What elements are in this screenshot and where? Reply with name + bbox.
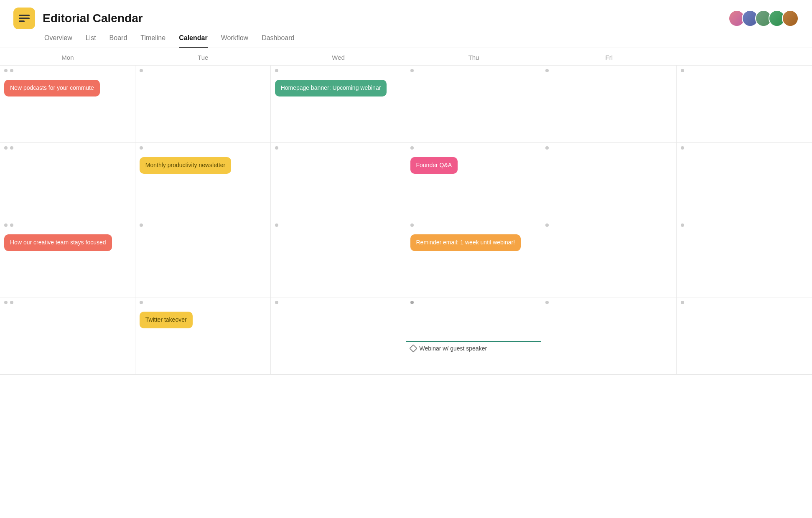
cell-row4-extra	[677, 297, 812, 375]
cell-dot	[410, 146, 414, 150]
cell-row4-wed	[271, 297, 406, 375]
cell-row2-thu: Founder Q&A	[406, 143, 542, 220]
cell-dot	[4, 301, 8, 304]
svg-rect-1	[19, 18, 30, 19]
nav-item-timeline[interactable]: Timeline	[140, 34, 165, 48]
calendar-body: New podcasts for your commute Homepage b…	[0, 66, 812, 375]
cell-row1-extra	[677, 66, 812, 143]
cell-row2-extra	[677, 143, 812, 220]
cell-row2-mon	[0, 143, 135, 220]
cell-dot	[275, 223, 278, 227]
event-homepage-banner[interactable]: Homepage banner: Upcoming webinar	[275, 80, 387, 96]
cell-dot	[545, 69, 549, 72]
cell-dot	[275, 301, 278, 304]
day-header-wed: Wed	[271, 48, 406, 65]
cell-dot	[140, 69, 143, 72]
cell-row1-fri	[541, 66, 677, 143]
navigation: Overview List Board Timeline Calendar Wo…	[0, 29, 812, 48]
cell-dot	[140, 301, 143, 304]
cell-dot	[410, 69, 414, 72]
cell-row2-wed	[271, 143, 406, 220]
cell-dot	[545, 146, 549, 150]
cell-row4-tue: Twitter takeover	[135, 297, 271, 375]
nav-item-calendar[interactable]: Calendar	[179, 34, 207, 48]
cell-dot	[4, 69, 8, 72]
cell-row4-fri	[541, 297, 677, 375]
cell-row3-extra	[677, 220, 812, 297]
cell-row3-thu: Reminder email: 1 week until webinar!	[406, 220, 542, 297]
cell-dot	[4, 146, 8, 150]
day-header-fri: Fri	[541, 48, 677, 65]
cell-row4-thu: Webinar w/ guest speaker	[406, 297, 542, 375]
diamond-icon	[409, 344, 417, 353]
cell-row3-wed	[271, 220, 406, 297]
webinar-label: Webinar w/ guest speaker	[420, 345, 487, 352]
nav-item-board[interactable]: Board	[109, 34, 127, 48]
cell-dot	[681, 69, 684, 72]
app-icon	[13, 8, 35, 29]
event-monthly-newsletter[interactable]: Monthly productivity newsletter	[140, 157, 231, 174]
event-twitter-takeover[interactable]: Twitter takeover	[140, 312, 193, 328]
day-header-thu: Thu	[406, 48, 542, 65]
cell-dot	[140, 146, 143, 150]
cell-dot	[4, 223, 8, 227]
event-new-podcasts[interactable]: New podcasts for your commute	[4, 80, 100, 96]
webinar-event[interactable]: Webinar w/ guest speaker	[406, 341, 541, 355]
cell-dot	[140, 223, 143, 227]
cell-dot	[275, 69, 278, 72]
cell-row2-fri	[541, 143, 677, 220]
cell-row1-tue	[135, 66, 271, 143]
cell-dot	[275, 146, 278, 150]
cell-row3-fri	[541, 220, 677, 297]
cell-dot	[681, 223, 684, 227]
day-header-tue: Tue	[135, 48, 271, 65]
cell-row3-mon: How our creative team stays focused	[0, 220, 135, 297]
event-founder-qa[interactable]: Founder Q&A	[410, 157, 458, 174]
cell-dot	[410, 223, 414, 227]
cell-row3-tue	[135, 220, 271, 297]
svg-rect-0	[19, 15, 30, 16]
cell-row4-mon	[0, 297, 135, 375]
cell-dot	[545, 301, 549, 304]
cell-row1-thu	[406, 66, 542, 143]
cell-dot	[10, 223, 13, 227]
cell-row1-mon: New podcasts for your commute	[0, 66, 135, 143]
cell-row1-wed: Homepage banner: Upcoming webinar	[271, 66, 406, 143]
nav-item-dashboard[interactable]: Dashboard	[262, 34, 294, 48]
event-creative-team[interactable]: How our creative team stays focused	[4, 234, 112, 251]
calendar-day-headers: Mon Tue Wed Thu Fri	[0, 48, 812, 66]
cell-row2-tue: Monthly productivity newsletter	[135, 143, 271, 220]
day-header-mon: Mon	[0, 48, 135, 65]
avatar-group	[728, 10, 799, 27]
avatar	[782, 10, 799, 27]
nav-item-overview[interactable]: Overview	[44, 34, 72, 48]
cell-dot	[410, 301, 414, 304]
cell-dot	[681, 146, 684, 150]
day-header-extra	[677, 48, 812, 65]
header-left: Editorial Calendar	[13, 8, 143, 29]
nav-item-list[interactable]: List	[86, 34, 96, 48]
cell-dot	[681, 301, 684, 304]
cell-dot	[10, 146, 13, 150]
cell-dot	[10, 301, 13, 304]
header: Editorial Calendar	[0, 0, 812, 29]
event-reminder-email[interactable]: Reminder email: 1 week until webinar!	[410, 234, 521, 251]
calendar: Mon Tue Wed Thu Fri New podcasts for you…	[0, 48, 812, 375]
nav-item-workflow[interactable]: Workflow	[221, 34, 249, 48]
cell-dot	[545, 223, 549, 227]
svg-rect-2	[19, 20, 25, 22]
app-title: Editorial Calendar	[43, 12, 143, 25]
cell-dot	[10, 69, 13, 72]
